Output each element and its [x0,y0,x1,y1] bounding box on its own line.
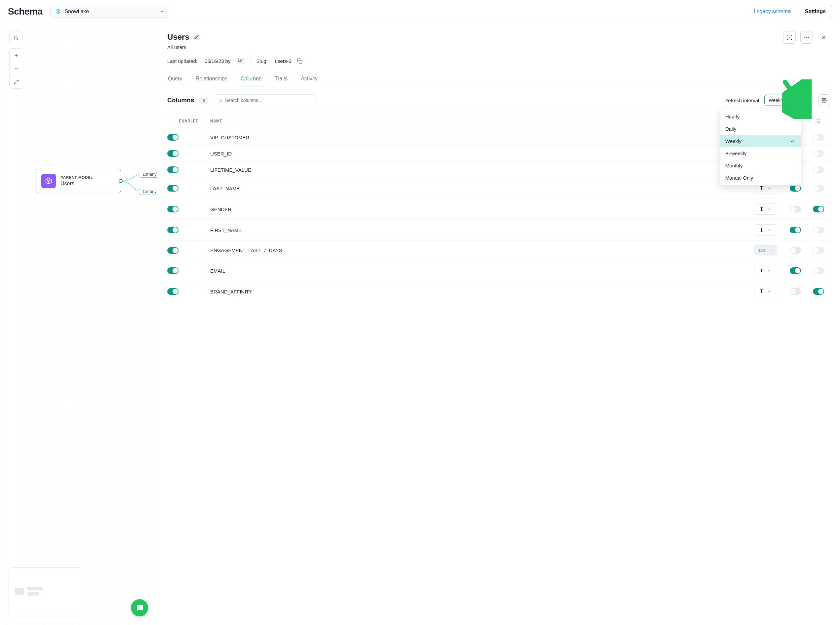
topbar: Schema Snowflake Legacy schema Settings [0,0,840,23]
toggle[interactable] [167,267,178,274]
canvas-toolbar [9,31,23,89]
interval-option-bi-weekly[interactable]: Bi-weekly [720,147,801,160]
svg-point-16 [823,100,825,101]
chat-fab[interactable] [131,599,148,616]
toggle [813,150,824,157]
search-icon [218,98,223,103]
focus-button[interactable] [783,31,796,44]
chevron-down-icon [767,186,771,190]
fit-tool[interactable] [9,75,23,89]
toggle[interactable] [167,134,178,141]
columns-search[interactable] [214,94,316,106]
node-kind-label: PARENT MODEL [60,176,93,180]
table-row: ENGAGEMENT_LAST_7_DAYS123 [167,240,830,260]
toggle [813,227,824,233]
toggle[interactable] [167,288,178,295]
chevron-down-icon [160,9,164,14]
toggle[interactable] [790,267,801,274]
columns-title: Columns [167,96,194,104]
svg-point-14 [219,99,222,101]
column-name: LIFETIME_VALUE [210,167,747,173]
tab-query[interactable]: Query [167,72,183,86]
toggle [813,166,824,173]
tab-activity[interactable]: Activity [300,72,318,86]
svg-point-9 [806,37,807,38]
tab-columns[interactable]: Columns [240,72,262,86]
interval-option-daily[interactable]: Daily [720,123,801,135]
zoom-out-tool[interactable] [9,62,23,75]
svg-point-0 [14,36,17,39]
interval-option-weekly[interactable]: Weekly [720,135,801,147]
toggle[interactable] [790,247,801,254]
tab-relationships[interactable]: Relationships [195,72,228,86]
toggle[interactable] [167,166,178,173]
toggle[interactable] [790,185,801,191]
parent-model-node[interactable]: PARENT MODEL Users [36,169,121,193]
toggle[interactable] [167,185,178,191]
columns-search-input[interactable] [225,98,312,103]
plus-icon [14,53,19,58]
column-name: VIP_CUSTOMER [210,135,747,140]
edge-label-2: 1:many [139,188,157,195]
node-port[interactable] [119,179,122,183]
schema-canvas[interactable]: PARENT MODEL Users 1:many 1:many [0,23,157,625]
legacy-schema-link[interactable]: Legacy schema [754,9,791,14]
toggle[interactable] [813,206,824,212]
panel-title: Users [167,33,189,42]
toggle[interactable] [813,288,824,295]
scan-icon [786,34,792,40]
type-select[interactable]: T [754,204,777,215]
toggle [813,185,824,191]
minimap[interactable] [9,567,82,616]
zoom-in-tool[interactable] [9,49,23,62]
chat-icon [136,604,144,612]
slug-label: Slug: [256,58,267,64]
toggle[interactable] [790,206,801,212]
toggle[interactable] [167,247,178,254]
chevron-down-icon [767,289,771,294]
chevron-down-icon [769,249,773,252]
th-name: NAME [210,119,747,123]
interval-option-manual-only[interactable]: Manual Only [720,172,801,184]
close-icon [820,34,827,41]
svg-line-1 [17,39,18,40]
column-name: LAST_NAME [210,186,747,191]
table-row: BRAND_AFFINITYT [167,281,830,302]
search-icon [13,35,19,40]
dots-icon [804,34,810,40]
type-select[interactable]: T [754,224,777,236]
toggle[interactable] [790,288,801,295]
toggle[interactable] [167,150,178,157]
svg-rect-13 [299,60,302,63]
brand-title: Schema [8,6,42,17]
type-select[interactable]: T [754,286,777,297]
source-select[interactable]: Snowflake [50,6,169,17]
svg-line-6 [14,82,16,84]
search-tool[interactable] [9,31,22,44]
copy-icon[interactable] [297,58,302,64]
toggle [813,247,824,254]
table-row: GENDERT [167,199,830,219]
toggle[interactable] [790,227,801,233]
last-updated-label: Last updated: [167,58,197,64]
toggle[interactable] [167,227,178,233]
columns-settings-button[interactable] [818,94,830,106]
settings-button[interactable]: Settings [799,5,832,18]
tab-traits[interactable]: Traits [274,72,288,86]
svg-line-5 [17,80,18,82]
more-button[interactable] [800,31,813,44]
type-select[interactable]: T [754,265,777,276]
minus-icon [14,66,19,72]
th-suggestion [807,118,830,124]
check-icon [790,138,795,144]
toggle [813,134,824,141]
lightbulb-icon [816,118,821,124]
column-name: USER_ID [210,151,747,157]
interval-option-monthly[interactable]: Monthly [720,160,801,172]
svg-point-10 [808,37,809,38]
chevron-down-icon [767,269,771,273]
pencil-icon[interactable] [194,34,199,40]
toggle[interactable] [167,206,178,212]
close-button[interactable] [818,31,830,44]
column-name: ENGAGEMENT_LAST_7_DAYS [210,247,747,253]
